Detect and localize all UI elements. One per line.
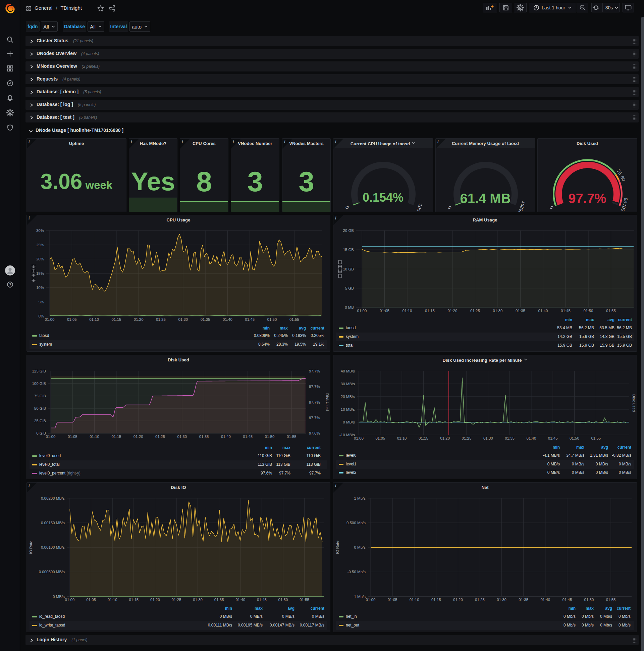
svg-text:01:35: 01:35 <box>201 317 210 321</box>
svg-text:01:05: 01:05 <box>68 435 77 439</box>
svg-text:01:40: 01:40 <box>540 598 550 602</box>
svg-text:0.000500 MB/s: 0.000500 MB/s <box>39 570 65 574</box>
svg-text:50 GiB: 50 GiB <box>34 406 46 410</box>
svg-text:01:20: 01:20 <box>134 317 143 321</box>
svg-text:01:20: 01:20 <box>453 598 463 602</box>
svg-text:40 MB/s: 40 MB/s <box>341 369 355 373</box>
svg-text:0 MB/s: 0 MB/s <box>343 420 355 424</box>
svg-text:01:05: 01:05 <box>388 598 397 602</box>
svg-text:01:45: 01:45 <box>562 598 572 602</box>
svg-text:01:45: 01:45 <box>245 317 255 321</box>
svg-text:01:35: 01:35 <box>214 598 224 602</box>
svg-text:97.6%: 97.6% <box>309 431 320 435</box>
svg-text:01:45: 01:45 <box>243 435 253 439</box>
svg-text:-10 MB/s: -10 MB/s <box>340 433 355 437</box>
svg-text:01:10: 01:10 <box>410 598 419 602</box>
svg-text:01:20: 01:20 <box>440 436 450 440</box>
svg-text:01:05: 01:05 <box>380 309 389 313</box>
svg-text:01:10: 01:10 <box>89 317 99 321</box>
svg-text:01:40: 01:40 <box>235 598 245 602</box>
svg-text:01:25: 01:25 <box>462 436 472 440</box>
svg-text:01:55: 01:55 <box>591 436 601 440</box>
svg-text:01:55: 01:55 <box>606 309 616 313</box>
svg-text:0 MB/s: 0 MB/s <box>53 595 65 599</box>
svg-text:15 GB: 15 GB <box>343 248 354 252</box>
svg-text:0%: 0% <box>38 314 44 318</box>
svg-text:01:15: 01:15 <box>425 309 435 313</box>
svg-text:5 GB: 5 GB <box>345 286 354 290</box>
svg-text:0: 0 <box>344 205 350 210</box>
svg-text:0: 0 <box>548 205 554 210</box>
svg-text:01:05: 01:05 <box>86 598 96 602</box>
svg-text:97.7%: 97.7% <box>309 416 320 420</box>
svg-text:01:50: 01:50 <box>267 317 277 321</box>
svg-text:0.00200 MB/s: 0.00200 MB/s <box>41 496 65 500</box>
svg-text:-0.50 Mb/s: -0.50 Mb/s <box>348 570 366 574</box>
svg-text:01:10: 01:10 <box>108 598 118 602</box>
svg-text:01:25: 01:25 <box>155 435 165 439</box>
svg-text:0.00150 MB/s: 0.00150 MB/s <box>41 521 65 525</box>
svg-text:1 Mb/s: 1 Mb/s <box>354 496 365 500</box>
svg-text:0 MB: 0 MB <box>345 305 354 309</box>
svg-text:01:45: 01:45 <box>561 309 571 313</box>
svg-text:01:30: 01:30 <box>497 598 507 602</box>
svg-text:97.7%: 97.7% <box>309 384 320 389</box>
svg-text:01:35: 01:35 <box>516 309 525 313</box>
svg-text:01:20: 01:20 <box>448 309 457 313</box>
svg-text:01:10: 01:10 <box>397 436 407 440</box>
svg-text:01:25: 01:25 <box>156 317 166 321</box>
svg-text:01:25: 01:25 <box>172 598 182 602</box>
svg-text:01:40: 01:40 <box>526 436 536 440</box>
svg-text:01:15: 01:15 <box>112 317 121 321</box>
svg-text:0 GiB: 0 GiB <box>36 431 46 435</box>
svg-text:30%: 30% <box>36 228 44 232</box>
svg-text:20%: 20% <box>36 257 44 261</box>
svg-text:01:50: 01:50 <box>279 598 288 602</box>
svg-text:15%: 15% <box>36 272 44 276</box>
svg-text:0: 0 <box>446 205 452 210</box>
svg-text:01:05: 01:05 <box>375 436 385 440</box>
svg-text:30 MB/s: 30 MB/s <box>341 382 355 386</box>
svg-text:01:30: 01:30 <box>177 435 187 439</box>
svg-text:01:00: 01:00 <box>357 309 367 313</box>
svg-text:80: 80 <box>619 175 626 182</box>
svg-text:01:00: 01:00 <box>354 436 363 440</box>
svg-text:01:30: 01:30 <box>193 598 202 602</box>
svg-text:01:30: 01:30 <box>493 309 503 313</box>
svg-text:01:50: 01:50 <box>584 598 594 602</box>
svg-text:25 GiB: 25 GiB <box>34 419 46 423</box>
svg-text:?: ? <box>9 283 11 286</box>
svg-text:10 MB/s: 10 MB/s <box>341 407 355 411</box>
svg-text:01:40: 01:40 <box>221 435 231 439</box>
svg-text:01:10: 01:10 <box>402 309 412 313</box>
svg-text:97.7%: 97.7% <box>309 369 320 373</box>
svg-text:01:50: 01:50 <box>265 435 275 439</box>
svg-text:01:00: 01:00 <box>46 435 56 439</box>
svg-text:100: 100 <box>416 203 423 212</box>
svg-text:10 GB: 10 GB <box>343 267 354 271</box>
svg-text:01:00: 01:00 <box>65 598 75 602</box>
svg-text:01:25: 01:25 <box>475 598 485 602</box>
svg-text:01:45: 01:45 <box>548 436 558 440</box>
svg-text:01:55: 01:55 <box>289 317 299 321</box>
svg-text:0.00100 MB/s: 0.00100 MB/s <box>41 545 65 549</box>
svg-text:01:40: 01:40 <box>223 317 232 321</box>
svg-text:5%: 5% <box>38 300 44 304</box>
svg-text:01:35: 01:35 <box>505 436 515 440</box>
svg-text:Disk Used: Disk Used <box>632 394 636 412</box>
svg-text:01:50: 01:50 <box>570 436 579 440</box>
svg-text:25%: 25% <box>36 243 44 247</box>
svg-text:10%: 10% <box>36 285 44 289</box>
svg-text:01:30: 01:30 <box>483 436 493 440</box>
svg-text:125 GiB: 125 GiB <box>32 369 46 373</box>
svg-text:01:15: 01:15 <box>431 598 441 602</box>
svg-text:01:40: 01:40 <box>538 309 548 313</box>
svg-text:01:20: 01:20 <box>150 598 160 602</box>
svg-text:75 GiB: 75 GiB <box>34 394 46 398</box>
svg-text:Disk Used: Disk Used <box>325 393 329 411</box>
svg-text:IO Rate: IO Rate <box>29 540 33 554</box>
svg-text:01:00: 01:00 <box>366 598 376 602</box>
svg-text:0 Mb/s: 0 Mb/s <box>354 545 365 549</box>
svg-text:01:15: 01:15 <box>129 598 138 602</box>
svg-text:01:45: 01:45 <box>257 598 267 602</box>
